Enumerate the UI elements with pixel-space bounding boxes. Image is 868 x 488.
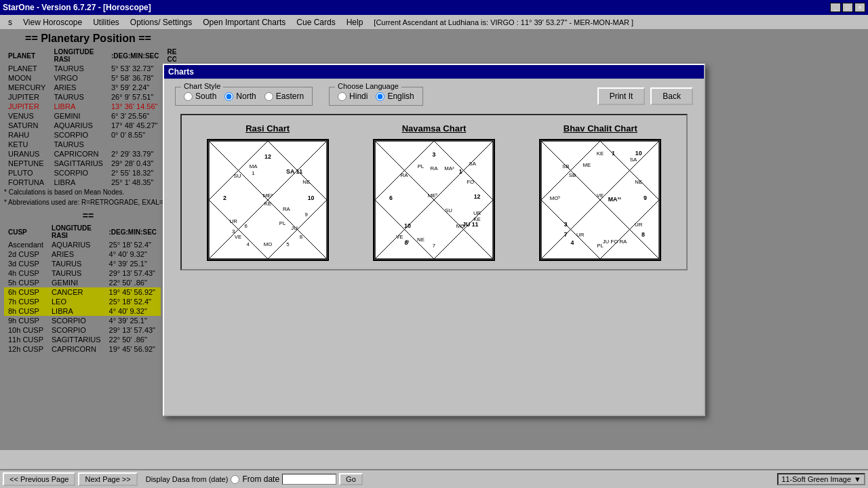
display-dasa-label: Display Dasa from (date) bbox=[146, 475, 229, 483]
app-title: StarOne - Version 6.7.27 - [Horoscope] bbox=[3, 3, 151, 12]
menu-options-settings[interactable]: Options/ Settings bbox=[125, 16, 197, 28]
svg-text:MA: MA bbox=[249, 163, 258, 169]
svg-text:6: 6 bbox=[244, 223, 247, 229]
window-controls: _ □ × bbox=[830, 3, 865, 12]
chart-style-label: Chart Style bbox=[181, 82, 223, 90]
svg-text:10: 10 bbox=[307, 195, 314, 201]
dropdown-arrow[interactable]: ▼ bbox=[854, 475, 861, 483]
print-button[interactable]: Print It bbox=[597, 87, 646, 105]
charts-dialog: Charts Chart Style South North Ea bbox=[163, 64, 705, 416]
svg-text:12: 12 bbox=[264, 153, 271, 160]
radio-from-date[interactable] bbox=[231, 475, 239, 484]
dialog-title: Charts bbox=[168, 67, 194, 77]
svg-text:PL: PL bbox=[279, 220, 285, 226]
navamsa-chart-container: Navamsa Chart bbox=[356, 123, 511, 261]
radio-south[interactable]: South bbox=[184, 92, 216, 101]
radio-english[interactable]: English bbox=[376, 92, 414, 101]
navamsa-chart-title: Navamsa Chart bbox=[402, 123, 467, 134]
minimize-button[interactable]: _ bbox=[830, 3, 841, 12]
menu-cue-cards[interactable]: Cue Cards bbox=[291, 16, 340, 28]
svg-text:7: 7 bbox=[433, 243, 435, 249]
dialog-buttons: Print It Back bbox=[597, 87, 693, 105]
svg-text:KE: KE bbox=[264, 201, 271, 207]
svg-text:MA¹¹: MA¹¹ bbox=[608, 196, 622, 203]
svg-text:KE: KE bbox=[473, 216, 480, 222]
svg-text:RA: RA bbox=[431, 165, 439, 171]
menu-s[interactable]: s bbox=[3, 16, 18, 28]
image-selector-container: 11-Soft Green Image ▼ bbox=[777, 473, 865, 485]
chart-style-group: Chart Style South North Eastern bbox=[175, 87, 313, 106]
rasi-chart: 12 MA 1 SA 11 10 NE 9 JU bbox=[207, 139, 329, 261]
svg-text:3: 3 bbox=[564, 221, 568, 228]
svg-text:1: 1 bbox=[459, 168, 462, 175]
svg-text:8: 8 bbox=[642, 231, 645, 238]
svg-text:JU: JU bbox=[291, 225, 298, 231]
go-button[interactable]: Go bbox=[339, 473, 363, 485]
svg-text:3: 3 bbox=[232, 228, 235, 235]
svg-text:PL: PL bbox=[418, 163, 425, 169]
svg-text:VE: VE bbox=[234, 234, 241, 240]
svg-text:NE: NE bbox=[635, 179, 643, 185]
svg-text:FO: FO bbox=[467, 179, 474, 185]
svg-text:7: 7 bbox=[564, 231, 568, 238]
svg-text:ME²: ME² bbox=[262, 192, 273, 199]
svg-text:UR: UR bbox=[229, 218, 237, 224]
modal-overlay: Charts Chart Style South North Ea bbox=[0, 30, 868, 450]
svg-text:VE: VE bbox=[396, 234, 403, 240]
svg-text:4: 4 bbox=[571, 239, 574, 246]
svg-text:VE: VE bbox=[597, 192, 604, 199]
back-button[interactable]: Back bbox=[650, 87, 693, 105]
svg-text:1: 1 bbox=[612, 150, 615, 157]
dialog-title-bar: Charts bbox=[164, 65, 704, 79]
main-content: == Planetary Position == PLANET LONGITUD… bbox=[0, 30, 868, 469]
svg-text:RA: RA bbox=[283, 206, 291, 212]
svg-text:KE: KE bbox=[597, 150, 604, 157]
svg-text:1: 1 bbox=[252, 170, 254, 176]
svg-text:MO: MO bbox=[263, 241, 272, 247]
options-row: Chart Style South North Eastern bbox=[175, 87, 693, 106]
menu-view-horoscope[interactable]: View Horoscope bbox=[18, 16, 87, 28]
menu-utilities[interactable]: Utilities bbox=[87, 16, 125, 28]
svg-text:NE: NE bbox=[417, 237, 425, 243]
svg-text:SA: SA bbox=[469, 161, 476, 167]
menu-open-important-charts[interactable]: Open Important Charts bbox=[197, 16, 291, 28]
svg-text:UR: UR bbox=[576, 232, 585, 238]
choose-language-group: Choose Language Hindi English bbox=[329, 87, 423, 106]
bottom-bar: << Previous Page Next Page >> Display Da… bbox=[0, 469, 868, 488]
svg-text:SA 11: SA 11 bbox=[286, 168, 302, 175]
rasi-chart-title: Rasi Chart bbox=[245, 123, 290, 134]
svg-text:2: 2 bbox=[223, 195, 226, 201]
svg-text:UR: UR bbox=[635, 222, 643, 228]
svg-text:10: 10 bbox=[404, 222, 411, 229]
svg-text:SU: SU bbox=[445, 207, 452, 214]
svg-text:ME: ME bbox=[583, 162, 591, 168]
svg-text:ME⁵: ME⁵ bbox=[428, 192, 438, 199]
svg-text:6: 6 bbox=[389, 195, 393, 201]
svg-text:SB: SB bbox=[569, 172, 576, 178]
svg-text:5: 5 bbox=[286, 241, 290, 247]
svg-text:MO⁵: MO⁵ bbox=[550, 195, 561, 201]
close-button[interactable]: × bbox=[854, 3, 865, 12]
svg-text:9: 9 bbox=[406, 239, 409, 245]
prev-page-button[interactable]: << Previous Page bbox=[3, 472, 75, 486]
bhav-chalit-chart-title: Bhav Chalit Chart bbox=[564, 123, 637, 134]
image-selector-label: 11-Soft Green Image bbox=[781, 475, 851, 483]
svg-text:10: 10 bbox=[635, 150, 642, 157]
menu-help[interactable]: Help bbox=[341, 16, 369, 28]
bhav-chalit-chart: KE 1 ME SB SA 10 9 NE bbox=[539, 139, 661, 261]
charts-area: Rasi Chart bbox=[180, 114, 688, 270]
from-date-radio-group: From date bbox=[231, 474, 279, 484]
maximize-button[interactable]: □ bbox=[842, 3, 853, 12]
svg-text:SU: SU bbox=[233, 173, 241, 179]
navamsa-chart: 3 PL 1 SA 12 FO JU 11 bbox=[373, 139, 495, 261]
svg-text:UR: UR bbox=[473, 210, 481, 216]
next-page-button[interactable]: Next Page >> bbox=[78, 472, 137, 486]
svg-text:SA: SA bbox=[630, 157, 637, 163]
svg-text:NE: NE bbox=[302, 179, 310, 185]
radio-eastern[interactable]: Eastern bbox=[264, 92, 304, 101]
radio-hindi[interactable]: Hindi bbox=[338, 92, 368, 101]
svg-text:4: 4 bbox=[246, 241, 250, 247]
date-input[interactable]: 21-May-1994 bbox=[282, 474, 336, 485]
svg-text:MO: MO bbox=[456, 223, 465, 229]
radio-north[interactable]: North bbox=[224, 92, 256, 101]
